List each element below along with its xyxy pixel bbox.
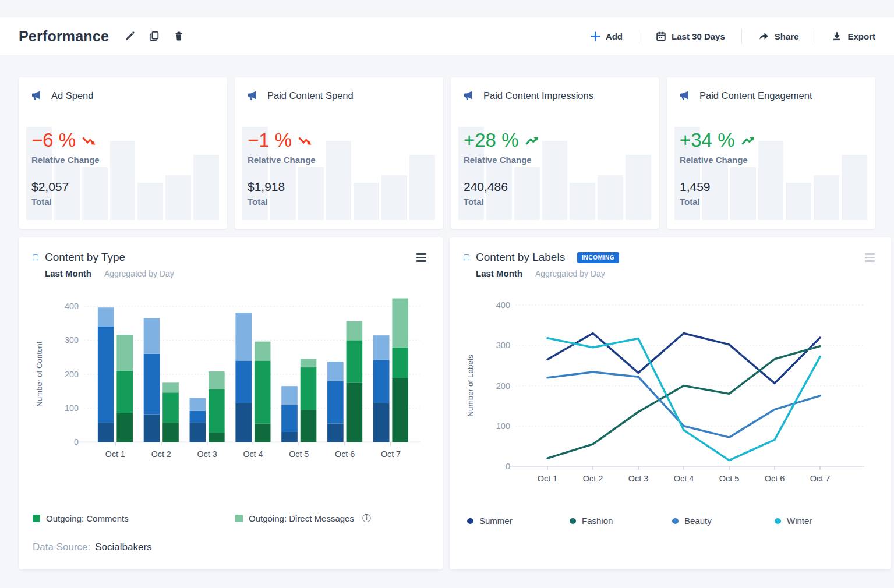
svg-text:Oct 5: Oct 5: [719, 474, 740, 483]
export-button[interactable]: Export: [815, 31, 875, 41]
widget-square-icon: [33, 254, 38, 260]
kpi-total-label: Total: [464, 197, 646, 207]
plus-icon: [591, 31, 600, 41]
svg-text:Number of Labels: Number of Labels: [466, 355, 475, 417]
svg-text:300: 300: [65, 335, 79, 345]
legend-label: Summer: [479, 516, 513, 526]
share-label: Share: [775, 31, 799, 41]
legend-dot: [775, 518, 781, 524]
kpi-relative-change-label: Relative Change: [464, 155, 646, 165]
legend-item-comments[interactable]: Outgoing: Comments: [33, 513, 235, 523]
legend-swatch: [33, 515, 40, 522]
chart-aggregation: Aggregated by Day: [104, 269, 174, 278]
legend-swatch: [235, 515, 243, 522]
kpi-total-label: Total: [31, 197, 214, 207]
menu-icon[interactable]: [863, 251, 877, 264]
trend-down-icon: [82, 135, 96, 146]
data-source-value: Socialbakers: [95, 541, 151, 552]
page-title: Performance: [19, 28, 109, 45]
megaphone-icon: [680, 91, 691, 101]
kpi-card: Paid Content Impressions+28 %Relative Ch…: [451, 77, 659, 229]
legend-label: Beauty: [684, 516, 712, 526]
megaphone-icon: [31, 91, 43, 101]
chart-period: Last Month: [476, 268, 522, 278]
legend-dot: [570, 518, 576, 524]
chart-header: Content by Type Last Month Aggregated by…: [33, 251, 429, 278]
svg-text:Oct 7: Oct 7: [381, 449, 401, 459]
header-actions: Add Last 30 Days Share Export: [574, 29, 875, 44]
kpi-card: Paid Content Spend−1 %Relative Change$1,…: [235, 77, 443, 229]
svg-text:400: 400: [496, 300, 510, 310]
kpi-total-value: $2,057: [31, 180, 214, 194]
kpi-relative-change-value: −1 %: [248, 129, 430, 151]
trend-down-icon: [298, 135, 312, 146]
title-tools: [124, 30, 185, 42]
legend-item-beauty[interactable]: Beauty: [672, 516, 775, 526]
svg-text:Oct 1: Oct 1: [105, 449, 125, 459]
kpi-total-value: 1,459: [680, 180, 863, 194]
widget-square-icon: [464, 254, 469, 260]
svg-text:400: 400: [65, 302, 79, 311]
content-by-type-card: Content by Type Last Month Aggregated by…: [19, 237, 443, 569]
kpi-card: Ad Spend−6 %Relative Change$2,057Total: [19, 77, 227, 229]
svg-text:Oct 2: Oct 2: [151, 449, 171, 459]
kpi-total-value: 240,486: [464, 180, 646, 194]
kpi-relative-change-value: +28 %: [464, 129, 646, 151]
svg-text:Oct 2: Oct 2: [583, 474, 603, 483]
date-range-label: Last 30 Days: [672, 31, 725, 41]
megaphone-icon: [464, 91, 475, 101]
share-icon: [758, 31, 769, 41]
svg-text:Oct 5: Oct 5: [289, 449, 309, 459]
kpi-title: Paid Content Impressions: [483, 90, 593, 101]
duplicate-icon[interactable]: [149, 30, 160, 42]
kpi-relative-change-label: Relative Change: [680, 155, 863, 165]
info-icon[interactable]: ⓘ: [362, 513, 371, 524]
chart-title: Content by Type: [45, 251, 125, 264]
legend-item-summer[interactable]: Summer: [467, 516, 570, 526]
svg-text:Number of Content: Number of Content: [35, 341, 44, 407]
kpi-total-label: Total: [680, 197, 863, 207]
trend-up-icon: [525, 135, 539, 146]
edit-icon[interactable]: [124, 30, 136, 42]
line-chart-legend: SummerFashionBeautyWinter: [464, 516, 877, 526]
chart-header: Content by Labels INCOMING Last Month Ag…: [464, 251, 877, 278]
legend-item-winter[interactable]: Winter: [775, 516, 877, 526]
download-icon: [832, 31, 842, 41]
export-label: Export: [847, 31, 875, 41]
legend-label: Winter: [787, 516, 812, 526]
menu-icon[interactable]: [414, 251, 429, 264]
svg-text:Oct 6: Oct 6: [335, 449, 355, 459]
kpi-relative-change-value: −6 %: [31, 129, 214, 151]
legend-label: Outgoing: Comments: [46, 513, 129, 523]
share-button[interactable]: Share: [742, 31, 815, 41]
bar-chart[interactable]: 0100200300400Number of ContentOct 1Oct 2…: [33, 298, 429, 470]
delete-icon[interactable]: [173, 30, 185, 42]
data-source: Data Source:Socialbakers: [33, 541, 429, 553]
legend-item-direct-messages[interactable]: Outgoing: Direct Messages ⓘ: [235, 513, 429, 524]
svg-text:Oct 4: Oct 4: [674, 474, 694, 483]
kpi-relative-change-label: Relative Change: [31, 155, 214, 165]
svg-text:Oct 1: Oct 1: [538, 474, 558, 483]
kpi-relative-change-label: Relative Change: [248, 155, 430, 165]
megaphone-icon: [248, 91, 259, 101]
legend-label: Fashion: [582, 516, 613, 526]
svg-text:100: 100: [65, 403, 79, 413]
content-by-labels-card: Content by Labels INCOMING Last Month Ag…: [450, 237, 891, 569]
add-button[interactable]: Add: [574, 31, 639, 41]
svg-text:Oct 7: Oct 7: [810, 474, 831, 483]
kpi-row: Ad Spend−6 %Relative Change$2,057TotalPa…: [19, 77, 875, 229]
data-source-label: Data Source:: [33, 541, 90, 552]
chart-aggregation: Aggregated by Day: [535, 269, 605, 278]
chart-period: Last Month: [45, 268, 91, 278]
svg-text:200: 200: [496, 381, 510, 391]
kpi-total-value: $1,918: [248, 180, 430, 194]
date-range-button[interactable]: Last 30 Days: [639, 31, 741, 41]
legend-item-fashion[interactable]: Fashion: [570, 516, 672, 526]
legend-dot: [672, 518, 679, 524]
trend-up-icon: [741, 135, 755, 146]
svg-text:Oct 4: Oct 4: [243, 449, 263, 459]
calendar-icon: [656, 31, 666, 41]
kpi-card: Paid Content Engagement+34 %Relative Cha…: [667, 77, 875, 229]
svg-text:Oct 3: Oct 3: [628, 474, 649, 483]
line-chart[interactable]: 0100200300400Number of LabelsOct 1Oct 2O…: [464, 298, 877, 493]
